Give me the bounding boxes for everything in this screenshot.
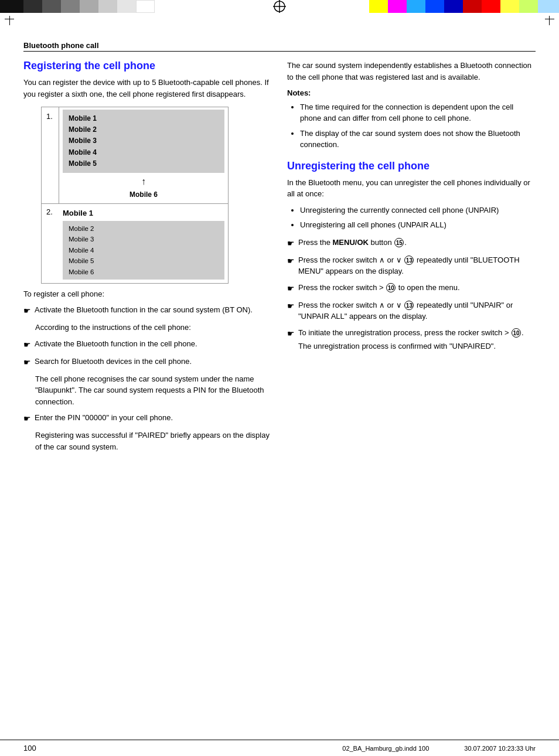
color-white: [136, 0, 155, 13]
registering-title: Registering the cell phone: [23, 60, 270, 72]
intro-text: You can register the device with up to 5…: [23, 77, 270, 100]
sub-para-3: The cell phone recognises the car sound …: [35, 373, 270, 408]
unregistering-options: Unregistering the currently connected ce…: [287, 205, 536, 231]
step1-mobile4: Mobile 4: [69, 147, 219, 158]
unreg-option-2: Unregistering all cell phones (UNPAIR AL…: [300, 219, 536, 231]
diagram: 1. Mobile 1 Mobile 2 Mobile 3 Mobile 4 M…: [41, 107, 229, 284]
step1-mobile1: Mobile 1: [69, 113, 219, 124]
instruction-3: ☛ Search for Bluetooth devices in the ce…: [23, 356, 270, 369]
instruction-1: ☛ Activate the Bluetooth function in the…: [23, 304, 270, 317]
arrow-icon-step4: ☛: [287, 300, 295, 312]
reg-marks-row: [0, 13, 559, 30]
sub-para-4: Registering was successful if "PAIRED" b…: [35, 430, 270, 452]
unreg-step-3: ☛ Press the rocker switch > 10 to open t…: [287, 282, 536, 295]
arrow-icon-step2: ☛: [287, 255, 295, 267]
color-gray: [42, 0, 61, 13]
unreg-step-4: ☛ Press the rocker switch ∧ or ∨ 13 repe…: [287, 299, 536, 322]
color-cyan-blue: [407, 0, 425, 13]
color-light-gray: [80, 0, 98, 13]
circle-10a: 10: [386, 283, 396, 292]
instructions-list: ☛ Activate the Bluetooth function in the…: [23, 304, 270, 317]
instruction-2-text: Activate the Bluetooth function in the c…: [35, 338, 197, 350]
right-column: The car sound system independently estab…: [287, 60, 536, 457]
left-column: Registering the cell phone You can regis…: [23, 60, 270, 457]
two-col-layout: Registering the cell phone You can regis…: [23, 60, 536, 457]
color-yellow: [369, 0, 388, 13]
diagram-step1: 1. Mobile 1 Mobile 2 Mobile 3 Mobile 4 M…: [42, 107, 228, 203]
note-1: The time required for the connection is …: [300, 101, 536, 124]
color-near-white: [117, 0, 136, 13]
page-content: Bluetooth phone call Registering the cel…: [0, 30, 559, 475]
notes-title: Notes:: [287, 87, 536, 99]
unreg-step-5: ☛ To initiate the unregistration process…: [287, 327, 536, 357]
section-header: Bluetooth phone call: [23, 41, 536, 52]
unreg-option-1: Unregistering the currently connected ce…: [300, 205, 536, 216]
color-mid-gray: [61, 0, 80, 13]
footer-datetime: 30.07.2007 10:23:33 Uhr: [464, 745, 536, 752]
color-red: [482, 0, 500, 13]
right-reg-marks: [545, 19, 554, 25]
page-number: 100: [23, 744, 36, 752]
color-magenta: [388, 0, 407, 13]
instruction-1-content: Activate the Bluetooth function in the c…: [35, 304, 253, 316]
unreg-step-4-text: Press the rocker switch ∧ or ∨ 13 repeat…: [298, 299, 536, 322]
step2-inner: Mobile 1 Mobile 2 Mobile 3 Mobile 4 Mobi…: [59, 204, 228, 283]
arrow-icon-2: ☛: [23, 339, 31, 351]
instruction-1-text: Activate the Bluetooth function in the c…: [35, 305, 253, 314]
instruction-4-text: Enter the PIN "00000" in your cell phone…: [35, 412, 173, 424]
color-black: [0, 0, 23, 13]
unregistering-title: Unregistering the cell phone: [287, 160, 536, 172]
unreg-step-2-text: Press the rocker switch ∧ or ∨ 13 repeat…: [298, 254, 536, 277]
step1-number: 1.: [42, 107, 59, 203]
step2-mobile3: Mobile 3: [69, 234, 219, 244]
color-lighter-gray: [98, 0, 117, 13]
notes-list: The time required for the connection is …: [287, 101, 536, 151]
step2-mobile2: Mobile 2: [69, 223, 219, 234]
crosshair-center: [272, 0, 287, 13]
unreg-step-2: ☛ Press the rocker switch ∧ or ∨ 13 repe…: [287, 254, 536, 277]
arrow-icon-3: ☛: [23, 356, 31, 369]
connection-text: The car sound system independently estab…: [287, 60, 536, 83]
arrow-icon-step1: ☛: [287, 237, 295, 250]
unreg-step-3-text: Press the rocker switch > 10 to open the…: [298, 282, 460, 294]
color-light-yellow: [500, 0, 519, 13]
unreg-step-1: ☛ Press the MENU/OK button 15.: [287, 237, 536, 250]
step1-mobile6: Mobile 6: [59, 188, 228, 203]
instruction-3-text: Search for Bluetooth devices in the cell…: [35, 356, 192, 367]
sub-para-1: According to the instructions of the cel…: [35, 322, 270, 333]
instruction-4: ☛ Enter the PIN "00000" in your cell pho…: [23, 412, 270, 425]
unreg-step-5-content: To initiate the unregistration process, …: [298, 327, 524, 357]
step1-mobile5: Mobile 5: [69, 158, 219, 169]
step2-mobile4: Mobile 4: [69, 245, 219, 256]
unreg-step-5-sub: The unregistration process is confirmed …: [298, 340, 524, 352]
color-lime: [519, 0, 538, 13]
step1-inner: Mobile 1 Mobile 2 Mobile 3 Mobile 4 Mobi…: [59, 107, 228, 203]
arrow-icon-1: ☛: [23, 305, 31, 317]
instructions-list-3: ☛ Enter the PIN "00000" in your cell pho…: [23, 412, 270, 425]
step1-arrow: ↑: [59, 175, 228, 188]
step2-mobile5: Mobile 5: [69, 256, 219, 266]
arrow-icon-4: ☛: [23, 413, 31, 425]
step2-mobile1: Mobile 1: [59, 204, 228, 220]
circle-13b: 13: [404, 301, 414, 310]
circle-13a: 13: [404, 256, 414, 265]
page-footer: 100 02_BA_Hamburg_gb.indd 100 30.07.2007…: [0, 740, 559, 756]
instructions-list-2: ☛ Activate the Bluetooth function in the…: [23, 338, 270, 369]
color-dark-gray: [23, 0, 42, 13]
step1-mobile2: Mobile 2: [69, 124, 219, 135]
unreg-step-1-text: Press the MENU/OK button 15.: [298, 237, 407, 248]
footer-right: 02_BA_Hamburg_gb.indd 100 30.07.2007 10:…: [342, 745, 536, 752]
unreg-step-5-text: To initiate the unregistration process, …: [298, 328, 524, 337]
color-dark-blue: [444, 0, 463, 13]
footer-filename: 02_BA_Hamburg_gb.indd 100: [342, 745, 429, 752]
step1-mobile3: Mobile 3: [69, 135, 219, 147]
note-2: The display of the car sound system does…: [300, 128, 536, 151]
color-strip: [0, 0, 559, 13]
unreg-steps: ☛ Press the MENU/OK button 15. ☛ Press t…: [287, 237, 536, 357]
instruction-2: ☛ Activate the Bluetooth function in the…: [23, 338, 270, 351]
step2-sublist: Mobile 2 Mobile 3 Mobile 4 Mobile 5 Mobi…: [63, 221, 224, 280]
diagram-step2: 2. Mobile 1 Mobile 2 Mobile 3 Mobile 4 M…: [42, 204, 228, 283]
step2-mobile6: Mobile 6: [69, 267, 219, 277]
arrow-icon-step5: ☛: [287, 328, 295, 340]
arrow-icon-step3: ☛: [287, 282, 295, 295]
